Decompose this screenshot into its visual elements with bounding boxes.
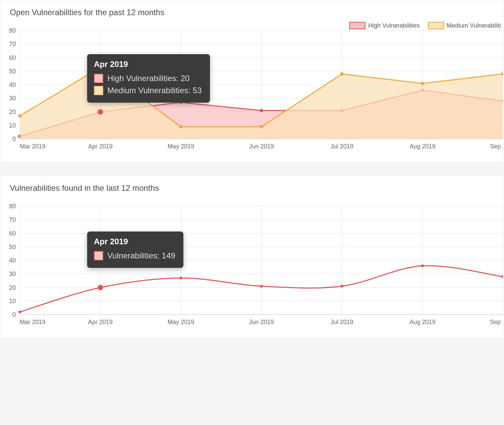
y-axis-tick: 50: [9, 244, 16, 250]
legend-item[interactable]: High Vulnerabilities: [349, 22, 420, 29]
x-axis-tick: Sep 2019: [490, 143, 503, 150]
y-axis-tick: 10: [9, 122, 16, 129]
x-axis-tick: Apr 2019: [88, 143, 113, 150]
tooltip-value: High Vulnerabilities: 20: [107, 72, 190, 84]
y-axis-tick: 30: [9, 95, 16, 102]
data-point[interactable]: [180, 277, 182, 279]
y-axis-tick: 50: [9, 68, 16, 75]
y-axis-tick: 80: [9, 203, 16, 210]
y-axis-tick: 60: [9, 230, 16, 237]
chart-tooltip: Apr 2019 High Vulnerabilities: 20Medium …: [87, 54, 210, 103]
data-point[interactable]: [18, 114, 22, 118]
data-point[interactable]: [260, 125, 263, 129]
found-vulnerabilities-card: Vulnerabilities found in the last 12 mon…: [0, 176, 504, 338]
y-axis-tick: 20: [9, 284, 16, 291]
x-axis-tick: Sep 2019: [490, 319, 503, 325]
x-axis-tick: Apr 2019: [88, 319, 113, 325]
data-point[interactable]: [421, 264, 424, 267]
x-axis-tick: Mar 2019: [20, 319, 45, 325]
y-axis-tick: 20: [9, 109, 16, 115]
chart-tooltip: Apr 2019 Vulnerabilities: 149: [87, 232, 183, 268]
chart-legend: High VulnerabilitiesMedium Vulnerabiliti: [349, 22, 501, 29]
y-axis-tick: 0: [12, 311, 16, 318]
data-point[interactable]: [421, 82, 424, 85]
x-axis-tick: Jun 2019: [249, 319, 274, 325]
legend-swatch-icon: [349, 22, 365, 29]
x-axis-tick: Jul 2019: [330, 143, 353, 150]
tooltip-value: Medium Vulnerabilities: 53: [107, 84, 202, 97]
x-axis-tick: Aug 2019: [409, 319, 435, 325]
tooltip-row: High Vulnerabilities: 20: [94, 72, 202, 84]
x-axis-tick: Mar 2019: [20, 143, 45, 150]
x-axis-tick: Aug 2019: [409, 143, 435, 150]
y-axis-tick: 40: [9, 81, 16, 88]
tooltip-swatch-icon: [94, 74, 103, 83]
y-axis-tick: 70: [9, 41, 16, 47]
chart-title: Vulnerabilities found in the last 12 mon…: [0, 176, 504, 196]
legend-label: Medium Vulnerabiliti: [447, 22, 501, 29]
y-axis-tick: 80: [9, 27, 16, 34]
y-axis-tick: 40: [9, 257, 16, 264]
y-axis-tick: 60: [9, 55, 16, 61]
data-point[interactable]: [179, 125, 183, 129]
y-axis-tick: 10: [9, 298, 16, 305]
data-point-active[interactable]: [98, 109, 103, 115]
chart-svg: 01020304050607080Mar 2019Apr 2019May 201…: [2, 21, 503, 155]
x-axis-tick: May 2019: [168, 319, 194, 325]
x-axis-tick: May 2019: [168, 143, 194, 150]
chart-area[interactable]: 01020304050607080Mar 2019Apr 2019May 201…: [0, 196, 504, 338]
data-point[interactable]: [340, 285, 343, 287]
legend-item[interactable]: Medium Vulnerabiliti: [428, 22, 501, 29]
x-axis-tick: Jun 2019: [249, 143, 274, 150]
tooltip-title: Apr 2019: [94, 237, 175, 246]
data-point[interactable]: [340, 72, 344, 76]
legend-label: High Vulnerabilities: [368, 22, 420, 29]
chart-title: Open Vulnerabilities for the past 12 mon…: [0, 0, 504, 21]
data-point[interactable]: [502, 275, 503, 278]
data-point[interactable]: [260, 109, 263, 112]
open-vulnerabilities-card: Open Vulnerabilities for the past 12 mon…: [0, 0, 504, 162]
x-axis-tick: Jul 2019: [330, 319, 353, 325]
tooltip-value: Vulnerabilities: 149: [107, 250, 175, 262]
y-axis-tick: 30: [9, 271, 16, 277]
tooltip-swatch-icon: [94, 251, 103, 260]
tooltip-row: Medium Vulnerabilities: 53: [94, 84, 202, 97]
chart-svg: 01020304050607080Mar 2019Apr 2019May 201…: [2, 196, 503, 331]
tooltip-title: Apr 2019: [94, 60, 202, 69]
chart-area[interactable]: High VulnerabilitiesMedium Vulnerabiliti…: [0, 21, 504, 162]
data-point-active[interactable]: [98, 285, 103, 290]
y-axis-tick: 0: [12, 136, 16, 142]
y-axis-tick: 70: [9, 216, 16, 223]
data-point[interactable]: [19, 311, 21, 313]
tooltip-row: Vulnerabilities: 149: [94, 250, 175, 262]
legend-swatch-icon: [428, 22, 444, 29]
tooltip-swatch-icon: [94, 86, 103, 95]
data-point[interactable]: [260, 285, 263, 287]
